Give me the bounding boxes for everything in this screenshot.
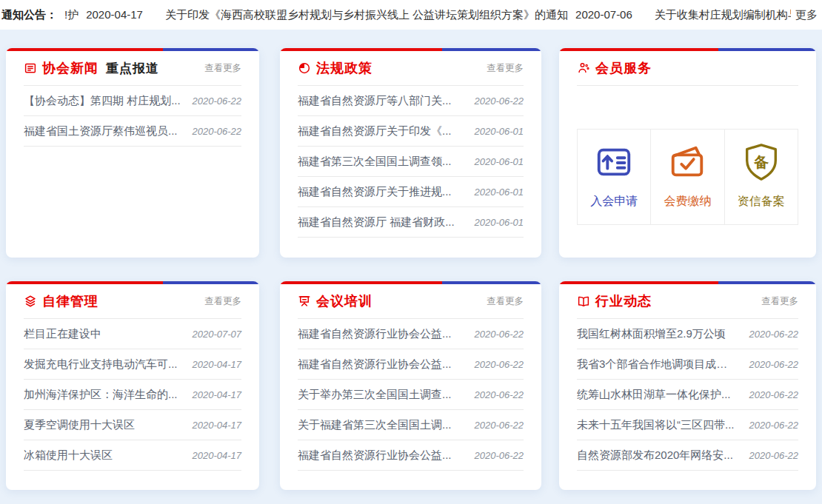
item-date: 2020-04-17: [193, 389, 242, 400]
item-date: 2020-06-22: [475, 95, 524, 107]
panel-title: 协会新闻: [42, 59, 98, 77]
item-date: 2020-06-22: [749, 359, 799, 370]
list-item[interactable]: 关于福建省第三次全国国土调... 2020-06-22: [298, 410, 524, 440]
view-more-link[interactable]: 查看更多: [204, 295, 241, 308]
newspaper-icon: [24, 61, 37, 75]
service-credit-record[interactable]: 备 资信备案: [724, 130, 798, 224]
service-label: 入会申请: [578, 194, 650, 209]
item-title: 福建省自然资源厅关于推进规...: [298, 185, 452, 199]
open-book-icon: [577, 295, 590, 308]
panel-title: 行业动态: [595, 292, 652, 310]
item-title: 福建省第三次全国国土调查领...: [298, 155, 452, 169]
panel-header: 自律管理 查看更多: [24, 284, 241, 319]
list-item[interactable]: 福建省自然资源厅等八部门关... 2020-06-22: [298, 86, 524, 116]
list-item[interactable]: 未来十五年我国将以“三区四带... 2020-06-22: [577, 410, 798, 440]
list-item[interactable]: 统筹山水林田湖草一体化保护... 2020-06-22: [577, 380, 798, 410]
list-item[interactable]: 福建省自然资源厅关于推进规... 2020-06-01: [298, 177, 524, 207]
item-date: 2020-06-22: [193, 126, 242, 137]
item-date: 2020-04-17: [193, 420, 242, 431]
item-title: 福建省自然资源厅等八部门关...: [298, 94, 452, 108]
list-item[interactable]: 福建省自然资源行业协会公益... 2020-06-22: [298, 319, 524, 349]
service-shortcuts: 入会申请 会费缴纳 备: [577, 129, 798, 225]
item-date: 2020-06-22: [749, 450, 799, 461]
item-date: 2020-06-01: [475, 126, 524, 137]
list-item[interactable]: 福建省第三次全国国土调查领... 2020-06-01: [298, 147, 524, 177]
list-item[interactable]: 福建省自然资源行业协会公益... 2020-06-22: [298, 349, 524, 380]
panel-title: 会员服务: [595, 59, 652, 77]
panel-header: 会议培训 查看更多: [298, 284, 524, 319]
view-more-link[interactable]: 查看更多: [487, 295, 524, 308]
item-date: 2020-06-22: [475, 389, 524, 400]
item-title: 加州海洋保护区：海洋生命的...: [24, 388, 178, 402]
notice-item-date: 2020-04-17: [86, 8, 143, 21]
notice-item-text: 关于印发《海西高校联盟乡村规划与乡村振兴线上 公益讲坛策划组织方案》的通知: [165, 8, 568, 21]
list-item[interactable]: 自然资源部发布2020年网络安... 2020-06-22: [577, 440, 798, 471]
item-date: 2020-06-22: [749, 420, 799, 431]
list-item[interactable]: 福建省自然资源厅 福建省财政... 2020-06-01: [298, 207, 524, 238]
item-title: 关于举办第三次全国国土调查...: [298, 388, 452, 402]
presentation-board-icon: [298, 295, 311, 308]
item-title: 我国红树林面积增至2.9万公顷: [577, 327, 726, 341]
panel-header: 法规政策 查看更多: [298, 51, 524, 86]
item-date: 2020-06-22: [475, 359, 524, 370]
service-fee-payment[interactable]: 会费缴纳: [650, 130, 724, 224]
view-more-link[interactable]: 查看更多: [204, 62, 241, 75]
item-title: 统筹山水林田湖草一体化保护...: [577, 388, 731, 402]
item-date: 2020-06-01: [475, 187, 524, 198]
view-more-link[interactable]: 查看更多: [761, 295, 798, 308]
item-title: 夏季空调使用十大误区: [24, 418, 135, 432]
panel-subtitle: 重点报道: [106, 60, 159, 77]
item-title: 未来十五年我国将以“三区四带...: [577, 418, 735, 432]
panel-meetings-training: 会议培训 查看更多 福建省自然资源行业协会公益... 2020-06-22 福建…: [280, 281, 541, 490]
panel-industry-news: 行业动态 查看更多 我国红树林面积增至2.9万公顷 2020-06-22 我省3…: [559, 281, 816, 490]
notice-item[interactable]: !护2020-04-17: [64, 8, 143, 22]
list-item[interactable]: 我省3个部省合作地调项目成果... 2020-06-22: [577, 349, 798, 380]
item-title: 福建省自然资源行业协会公益...: [298, 448, 452, 463]
list-item[interactable]: 栏目正在建设中 2020-07-07: [24, 319, 241, 349]
item-date: 2020-07-07: [193, 329, 242, 340]
notice-ticker: !护2020-04-17 关于印发《海西高校联盟乡村规划与乡村振兴线上 公益讲坛…: [64, 8, 791, 22]
list-item[interactable]: 加州海洋保护区：海洋生命的... 2020-04-17: [24, 380, 241, 410]
service-label: 资信备案: [725, 194, 798, 209]
list-item[interactable]: 我国红树林面积增至2.9万公顷 2020-06-22: [577, 319, 798, 349]
item-title: 自然资源部发布2020年网络安...: [577, 448, 733, 463]
notice-item[interactable]: 关于印发《海西高校联盟乡村规划与乡村振兴线上 公益讲坛策划组织方案》的通知202…: [165, 8, 632, 22]
panel-header: 行业动态 查看更多: [577, 284, 798, 319]
list-item[interactable]: 福建省自然资源厅关于印发《... 2020-06-01: [298, 116, 524, 147]
credit-record-shield-icon: 备: [741, 142, 781, 182]
notice-more-link[interactable]: 更多: [795, 8, 818, 22]
list-item[interactable]: 冰箱使用十大误区 2020-04-17: [24, 440, 241, 471]
shield-glyph: 备: [753, 154, 769, 170]
member-icon: [577, 61, 590, 75]
notice-item[interactable]: 关于收集村庄规划编制机构与规划设计师信息的: [655, 8, 791, 22]
list-item[interactable]: 夏季空调使用十大误区 2020-04-17: [24, 410, 241, 440]
item-title: 福建省自然资源行业协会公益...: [298, 357, 452, 372]
item-date: 2020-06-22: [475, 420, 524, 431]
apply-upload-icon: [594, 142, 634, 182]
notice-item-text: !护: [64, 8, 78, 21]
list-item[interactable]: 关于举办第三次全国国土调查... 2020-06-22: [298, 380, 524, 410]
list-item[interactable]: 发掘充电行业支持电动汽车可... 2020-04-17: [24, 349, 241, 380]
list-item[interactable]: 福建省自然资源行业协会公益... 2020-06-22: [298, 440, 524, 471]
item-date: 2020-06-22: [193, 95, 242, 107]
item-date: 2020-06-22: [749, 329, 799, 340]
item-title: 冰箱使用十大误区: [24, 448, 113, 463]
panel-association-news: 协会新闻 重点报道 查看更多 【协会动态】第四期 村庄规划... 2020-06…: [6, 48, 259, 258]
item-date: 2020-06-22: [475, 329, 524, 340]
list-item[interactable]: 福建省国土资源厅蔡伟巡视员... 2020-06-22: [24, 116, 241, 147]
item-title: 福建省国土资源厅蔡伟巡视员...: [24, 124, 178, 138]
item-date: 2020-04-17: [193, 359, 242, 370]
notice-bar-label: 通知公告：: [1, 8, 57, 22]
item-title: 【协会动态】第四期 村庄规划...: [24, 94, 181, 108]
item-date: 2020-06-01: [475, 156, 524, 167]
view-more-link[interactable]: 查看更多: [487, 62, 524, 75]
service-apply-membership[interactable]: 入会申请: [578, 130, 650, 224]
list-item[interactable]: 【协会动态】第四期 村庄规划... 2020-06-22: [24, 86, 241, 116]
item-title: 发掘充电行业支持电动汽车可...: [24, 357, 178, 372]
panel-title: 自律管理: [42, 292, 98, 310]
item-title: 福建省自然资源厅 福建省财政...: [298, 215, 455, 229]
item-title: 福建省自然资源厅关于印发《...: [298, 124, 452, 138]
item-date: 2020-06-22: [749, 389, 799, 400]
layers-icon: [24, 295, 37, 308]
panel-self-discipline: 自律管理 查看更多 栏目正在建设中 2020-07-07 发掘充电行业支持电动汽…: [6, 281, 259, 490]
